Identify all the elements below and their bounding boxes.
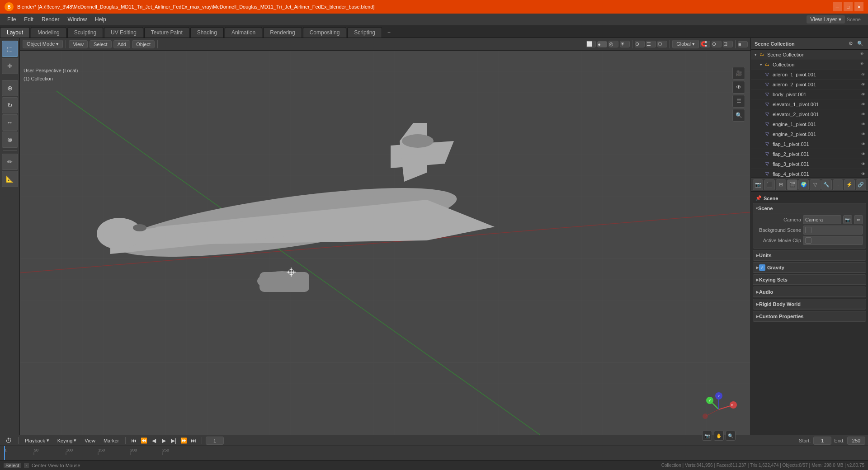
transform-pivot[interactable]: ⊡ xyxy=(723,41,733,47)
tab-uv-editing[interactable]: UV Editing xyxy=(104,27,143,38)
measure-tool-btn[interactable]: 📐 xyxy=(2,171,18,187)
bg-scene-browse[interactable] xyxy=(805,227,811,233)
outliner-row-body[interactable]: ▽ body_pivot.001 👁 xyxy=(751,89,868,99)
proportional-btn[interactable]: ⊙ xyxy=(712,41,722,47)
view-menu-btn[interactable]: View xyxy=(69,40,88,48)
annotate-tool-btn[interactable]: ✏ xyxy=(2,154,18,170)
gravity-section-toggle[interactable]: ▶ ✓ Gravity xyxy=(753,263,866,273)
scale-tool-btn[interactable]: ↔ xyxy=(2,114,18,131)
viewport-gizmo[interactable]: X Y Z 📷 ✋ 🔍 xyxy=(701,391,737,428)
menu-edit[interactable]: Edit xyxy=(20,15,37,24)
movie-clip-browse[interactable] xyxy=(805,237,811,244)
outliner-row-flap4[interactable]: ▽ flap_4_pivot.001 👁 xyxy=(751,169,868,178)
aileron1-vis[interactable]: 👁 xyxy=(860,71,866,78)
frame-end-input[interactable] xyxy=(847,437,865,445)
step-back-btn[interactable]: ◀ xyxy=(149,436,158,445)
movie-clip-value[interactable] xyxy=(803,236,863,245)
outliner-row-engine2[interactable]: ▽ engine_2_pivot.001 👁 xyxy=(751,129,868,139)
viewport-shading-solid[interactable]: ● xyxy=(597,41,607,47)
engine1-vis[interactable]: 👁 xyxy=(860,121,866,127)
particles-props-tab[interactable]: · xyxy=(833,179,843,190)
outliner-row-collection[interactable]: ▾ 🗂 Collection 👁 xyxy=(751,60,868,70)
move-tool-btn[interactable]: ⊕ xyxy=(2,80,18,96)
tl-marker-btn[interactable]: Marker xyxy=(101,437,122,444)
scene-section-toggle[interactable]: ▾ Scene xyxy=(753,203,866,213)
menu-file[interactable]: File xyxy=(4,15,19,24)
modifier-props-tab[interactable]: 🔧 xyxy=(821,179,832,190)
select-tool-btn[interactable]: ⬚ xyxy=(2,41,18,57)
tab-add[interactable]: + xyxy=(383,28,395,38)
next-keyframe-btn[interactable]: ⏩ xyxy=(179,436,188,445)
outliner-row-flap1[interactable]: ▽ flap_1_pivot.001 👁 xyxy=(751,139,868,149)
flap4-vis[interactable]: 👁 xyxy=(860,171,866,177)
output-props-tab[interactable]: ⬛ xyxy=(764,179,774,190)
collection-vis[interactable]: 👁 xyxy=(860,61,866,68)
select-menu-btn[interactable]: Select xyxy=(90,40,112,48)
lock-camera-btn[interactable]: 🎥 xyxy=(732,67,745,80)
cursor-tool-btn[interactable]: ✛ xyxy=(2,58,18,74)
custom-props-section-toggle[interactable]: ▶ Custom Properties xyxy=(753,311,866,321)
camera-value[interactable]: Camera xyxy=(803,215,841,224)
elevator1-vis[interactable]: 👁 xyxy=(860,101,866,108)
camera-view-btn[interactable]: 📷 xyxy=(702,431,712,441)
world-props-tab[interactable]: 🌍 xyxy=(798,179,809,190)
outliner-filter-btn[interactable]: ⚙ xyxy=(847,40,855,48)
outliner-row-aileron1[interactable]: ▽ aileron_1_pivot.001 👁 xyxy=(751,70,868,80)
gizmo-toggle[interactable]: ⊙ xyxy=(635,41,645,47)
current-frame-input[interactable] xyxy=(206,437,224,445)
audio-section-toggle[interactable]: ▶ Audio xyxy=(753,287,866,297)
flap1-vis[interactable]: 👁 xyxy=(860,141,866,147)
outliner-row-engine1[interactable]: ▽ engine_1_pivot.001 👁 xyxy=(751,119,868,129)
outliner-search-btn[interactable]: 🔍 xyxy=(856,40,864,48)
close-button[interactable]: ✕ xyxy=(854,2,863,11)
flap3-vis[interactable]: 👁 xyxy=(860,161,866,167)
frame-start-input[interactable] xyxy=(813,437,831,445)
play-btn[interactable]: ▶ xyxy=(159,436,168,445)
tab-scripting[interactable]: Scripting xyxy=(347,27,382,38)
aileron2-vis[interactable]: 👁 xyxy=(860,81,866,88)
xray-toggle[interactable]: ⬡ xyxy=(657,41,667,47)
timeline-mode-icon[interactable]: ⏱ xyxy=(3,437,14,445)
viewport-canvas[interactable]: User Perspective (Local) (1) Collection … xyxy=(20,51,750,455)
flap2-vis[interactable]: 👁 xyxy=(860,151,866,157)
outliner-row-elevator2[interactable]: ▽ elevator_2_pivot.001 👁 xyxy=(751,109,868,119)
expand-scene-collection[interactable]: ▾ xyxy=(753,52,758,57)
outliner-row-flap2[interactable]: ▽ flap_2_pivot.001 👁 xyxy=(751,149,868,159)
rotate-tool-btn[interactable]: ↻ xyxy=(2,97,18,113)
viewport-shading-wire[interactable]: ⬜ xyxy=(586,41,596,47)
tab-compositing[interactable]: Compositing xyxy=(303,27,347,38)
overlay-toggle[interactable]: ☰ xyxy=(646,41,656,47)
keying-sets-section-toggle[interactable]: ▶ Keying Sets xyxy=(753,275,866,285)
tab-texture-paint[interactable]: Texture Paint xyxy=(144,27,189,38)
add-menu-btn[interactable]: Add xyxy=(113,40,131,48)
zoom-gizmo-btn[interactable]: 🔍 xyxy=(726,431,736,441)
menu-window[interactable]: Window xyxy=(64,15,90,24)
maximize-button[interactable]: □ xyxy=(844,2,853,11)
object-props-tab[interactable]: ▽ xyxy=(810,179,820,190)
tab-shading[interactable]: Shading xyxy=(190,27,224,38)
elevator2-vis[interactable]: 👁 xyxy=(860,111,866,118)
units-section-toggle[interactable]: ▶ Units xyxy=(753,250,866,260)
playback-btn[interactable]: Playback ▾ xyxy=(22,437,52,444)
step-fwd-btn[interactable]: ▶| xyxy=(169,436,178,445)
jump-end-btn[interactable]: ⏭ xyxy=(189,436,198,445)
viewport[interactable]: Object Mode ▾ View Select Add Object ⬜ ●… xyxy=(20,38,750,455)
physics-props-tab[interactable]: ⚡ xyxy=(844,179,854,190)
outliner-row-elevator1[interactable]: ▽ elevator_1_pivot.001 👁 xyxy=(751,99,868,109)
jump-start-btn[interactable]: ⏮ xyxy=(129,436,138,445)
menu-help[interactable]: Help xyxy=(91,15,110,24)
gravity-checkbox[interactable]: ✓ xyxy=(759,264,765,271)
select-key[interactable]: Select xyxy=(4,463,21,468)
body-vis[interactable]: 👁 xyxy=(860,91,866,98)
object-mode-btn[interactable]: Object Mode ▾ xyxy=(23,40,63,48)
camera-browse-btn[interactable]: 📷 xyxy=(843,215,852,224)
tab-sculpting[interactable]: Sculpting xyxy=(67,27,103,38)
prev-keyframe-btn[interactable]: ⏪ xyxy=(139,436,148,445)
local-view-btn[interactable]: ☰ xyxy=(732,95,745,108)
expand-collection[interactable]: ▾ xyxy=(758,62,764,67)
display-mode-btn[interactable]: 👁 xyxy=(732,81,745,94)
tab-layout[interactable]: Layout xyxy=(0,27,30,38)
snapping-btn[interactable]: 🧲 xyxy=(700,41,710,47)
keying-btn[interactable]: Keying ▾ xyxy=(55,437,80,444)
rigid-body-section-toggle[interactable]: ▶ Rigid Body World xyxy=(753,299,866,309)
